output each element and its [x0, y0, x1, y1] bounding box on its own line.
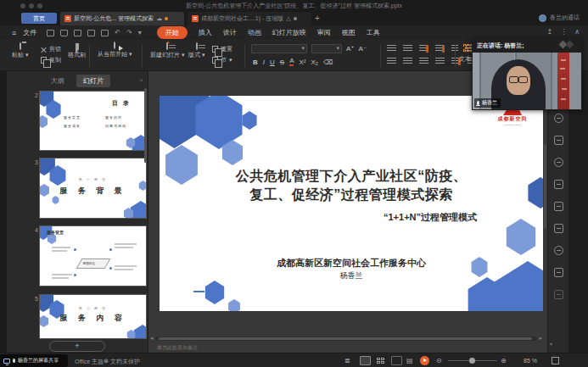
presenter-view-icon[interactable]: ▤ — [406, 357, 413, 364]
tab-animation[interactable]: 动画 — [248, 28, 261, 37]
align-justify-icon[interactable] — [435, 58, 445, 65]
numbering-icon[interactable] — [403, 45, 412, 53]
more-options-icon[interactable]: ⋮ — [560, 28, 567, 36]
hamburger-menu-icon[interactable]: ≡ — [12, 29, 16, 37]
box-panel-icon[interactable] — [554, 290, 563, 299]
screen-share-indicator[interactable]: 杨香兰的屏幕共享 — [0, 354, 68, 367]
sidebar-more-icon[interactable]: ▾ — [550, 341, 552, 347]
slideshow-play-button[interactable] — [420, 356, 429, 365]
fullscreen-icon[interactable] — [552, 357, 559, 364]
subscript-button[interactable]: X₂ — [311, 58, 317, 66]
protect-label[interactable]: 文档未保护 — [110, 358, 140, 366]
clear-format-button[interactable]: ⌫ — [323, 58, 333, 66]
slide-org[interactable]: 成都高新区新空间社会工作服务中心 — [160, 257, 543, 270]
indent-decrease-icon[interactable] — [419, 45, 428, 53]
zoom-in-icon[interactable]: ⊕ — [501, 357, 507, 364]
font-size-select[interactable] — [311, 44, 342, 53]
settings-sliders-icon[interactable] — [554, 224, 563, 233]
home-button[interactable]: 首页 — [21, 13, 57, 24]
tab-review[interactable]: 审阅 — [317, 28, 331, 37]
print-icon[interactable] — [87, 30, 95, 36]
slide-sorter-icon[interactable] — [377, 358, 384, 364]
layout-button[interactable]: 版式 ▾ — [188, 43, 204, 59]
format-painter-button[interactable]: 格式刷 — [68, 43, 86, 59]
open-file-icon[interactable] — [47, 30, 54, 36]
theme-label[interactable]: Office 主题 — [75, 358, 104, 366]
comment-panel-icon[interactable] — [554, 180, 563, 189]
tab-slideshow[interactable]: 幻灯片放映 — [272, 28, 306, 37]
strikethrough-button[interactable]: S — [280, 58, 284, 66]
preview-icon[interactable] — [101, 30, 109, 36]
paste-button[interactable]: 粘贴 ▾ — [12, 43, 28, 59]
copy-button[interactable]: 复制 — [41, 56, 61, 64]
slide-title-line2[interactable]: 复工、促经济”过程管理模式探索 — [160, 186, 543, 204]
tab-home[interactable]: 开始 — [157, 26, 188, 39]
zoom-level[interactable]: 85 % — [524, 358, 537, 364]
section-button[interactable]: 节 ▾ — [212, 56, 232, 64]
horizontal-scrollbar[interactable] — [155, 336, 537, 341]
doc-tab-other[interactable]: 成都新空间社会工....1) - 压缩版 △ — [188, 12, 311, 25]
vertical-scrollbar[interactable] — [544, 144, 546, 229]
bold-button[interactable]: B — [253, 58, 258, 66]
new-slide-button[interactable]: 新建幻灯片 ▾ — [150, 43, 184, 59]
output-icon[interactable] — [74, 30, 81, 36]
font-color-button[interactable]: A — [289, 58, 294, 66]
history-clock-icon[interactable] — [554, 246, 563, 255]
slide-title-line1[interactable]: 公共危机管理下介入产业社区“防疫、 — [160, 168, 543, 186]
outline-tab[interactable]: 大纲 — [44, 75, 71, 87]
normal-view-button[interactable] — [360, 356, 371, 365]
font-increase-button[interactable]: A⁺ — [346, 45, 355, 53]
align-right-icon[interactable] — [419, 58, 428, 65]
undo-icon[interactable]: ↶ — [115, 29, 120, 36]
font-decrease-button[interactable]: A⁻ — [359, 45, 367, 53]
tab-design[interactable]: 设计 — [223, 28, 237, 37]
underline-button[interactable]: U — [270, 58, 275, 66]
image-panel-icon[interactable] — [554, 268, 563, 277]
profile-panel-icon[interactable] — [554, 158, 563, 167]
slides-tab[interactable]: 幻灯片 — [76, 75, 110, 87]
redo-icon[interactable]: ↷ — [126, 29, 132, 36]
chat-panel-icon[interactable] — [554, 114, 563, 123]
superscript-button[interactable]: X² — [299, 58, 305, 66]
current-slide[interactable]: 成都新空间 Chengdu N-ZONE 公共危机管理下介入产业社区“防疫、 复… — [160, 96, 543, 311]
font-family-select[interactable] — [251, 44, 307, 53]
align-left-icon[interactable] — [387, 58, 396, 65]
notes-toggle-icon[interactable]: ≣ — [344, 357, 350, 364]
resource-panel-icon[interactable] — [554, 136, 563, 145]
call-status[interactable]: 香兰的通话 — [539, 14, 580, 22]
zoom-slider-handle[interactable] — [469, 358, 475, 364]
notes-placeholder[interactable]: 单击此处添加备注 — [157, 344, 198, 352]
slide-subtitle[interactable]: “1+1+N”过程管理模式 — [384, 211, 477, 224]
reset-button[interactable]: 重置 — [212, 45, 232, 53]
zoom-out-icon[interactable]: ⊖ — [436, 357, 442, 364]
italic-button[interactable]: I — [263, 58, 265, 66]
meeting-header[interactable]: 正在讲话: 杨香兰; — [472, 38, 582, 53]
meeting-video-window[interactable]: 正在讲话: 杨香兰; 杨香兰 — [472, 38, 582, 110]
save-icon[interactable] — [60, 30, 68, 36]
tab-insert[interactable]: 插入 — [199, 28, 212, 37]
align-center-icon[interactable] — [403, 58, 412, 65]
slide-thumbnail-5[interactable]: 第 二 部 分 服 务 内 容 — [39, 294, 147, 339]
close-panel-icon[interactable]: × — [139, 76, 143, 84]
slide-thumbnail-3[interactable]: 第 一 部 分 服 务 背 景 — [39, 158, 147, 219]
doc-tab-current[interactable]: 新空间-公共危... 管理模式探索 ☁ — [60, 12, 184, 25]
play-from-current-button[interactable]: 从当前开始 ▾ — [98, 42, 132, 58]
tab-view[interactable]: 视图 — [342, 28, 356, 37]
panel-scrollbar[interactable] — [144, 88, 147, 163]
slide-author[interactable]: 杨香兰 — [160, 270, 543, 281]
hscroll-left-icon[interactable]: ◂ — [150, 335, 154, 342]
cut-button[interactable]: 剪切 — [41, 45, 61, 53]
indent-increase-icon[interactable] — [435, 45, 445, 53]
file-menu[interactable]: 文件 — [23, 28, 36, 37]
slide-thumbnail-2[interactable]: 目 录 服务背景 服务内容 服务成效 问题与挑战 — [39, 91, 147, 151]
share-icon[interactable]: ↥ — [546, 28, 552, 36]
collapse-ribbon-icon[interactable]: ∧ — [574, 28, 580, 36]
bullets-icon[interactable] — [387, 45, 396, 53]
new-tab-button[interactable]: + — [315, 14, 320, 23]
reading-view-button[interactable] — [391, 356, 402, 365]
tab-tools[interactable]: 工具 — [367, 28, 380, 37]
participant-video[interactable]: 杨香兰 — [473, 53, 581, 109]
quickbar-more-icon[interactable]: ▾ — [138, 29, 142, 36]
slide-thumbnail-4[interactable]: 服务背景 西园街道 — [39, 225, 147, 286]
home-panel-icon[interactable] — [554, 202, 563, 211]
